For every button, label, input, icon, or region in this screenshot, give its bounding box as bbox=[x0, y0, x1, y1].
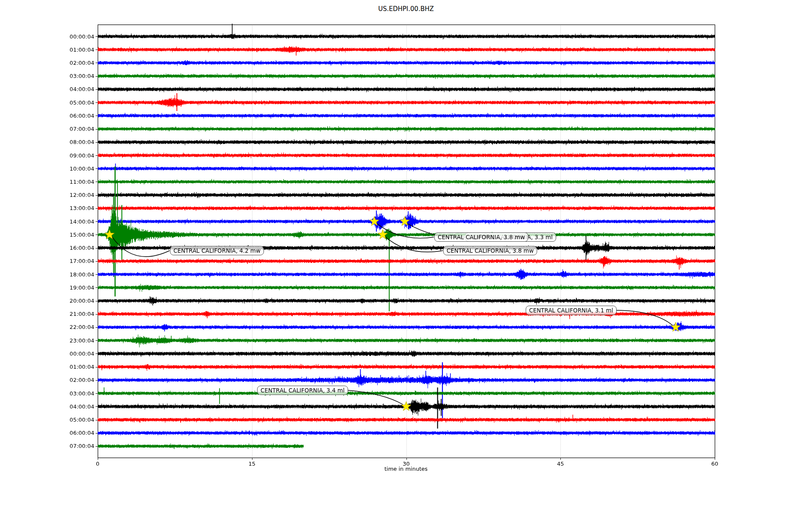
y-tick-label: 00:00:04 bbox=[44, 33, 94, 40]
event-annotation: CENTRAL CALIFORNIA, 4.2 mw bbox=[170, 246, 264, 255]
y-tick-label: 02:00:04 bbox=[44, 377, 94, 383]
y-tick-label: 00:00:04 bbox=[44, 351, 94, 357]
y-tick-label: 20:00:04 bbox=[44, 298, 94, 304]
y-tick-label: 01:00:04 bbox=[44, 47, 94, 53]
y-tick-label: 21:00:04 bbox=[44, 311, 94, 317]
event-annotation: CENTRAL CALIFORNIA, 3.4 ml bbox=[257, 386, 348, 395]
y-tick-label: 07:00:04 bbox=[44, 443, 94, 449]
y-tick-label: 22:00:04 bbox=[44, 324, 94, 330]
event-annotation: CENTRAL CALIFORNIA, 3.1 ml bbox=[526, 306, 617, 315]
event-annotation: CENTRAL CALIFORNIA, 3.8 mw bbox=[443, 246, 537, 255]
seismogram-canvas bbox=[0, 0, 812, 508]
y-tick-label: 18:00:04 bbox=[44, 271, 94, 278]
y-tick-label: 05:00:04 bbox=[44, 417, 94, 423]
y-tick-label: 10:00:04 bbox=[44, 166, 94, 172]
x-tick-label: 15 bbox=[248, 461, 255, 467]
y-tick-label: 13:00:04 bbox=[44, 205, 94, 211]
y-tick-label: 07:00:04 bbox=[44, 126, 94, 132]
y-tick-label: 05:00:04 bbox=[44, 99, 94, 106]
y-tick-label: 04:00:04 bbox=[44, 403, 94, 410]
y-tick-label: 02:00:04 bbox=[44, 60, 94, 66]
y-tick-label: 08:00:04 bbox=[44, 139, 94, 145]
event-annotation: CENTRAL CALIFORNIA, 3.8 mw bbox=[434, 232, 528, 242]
y-tick-label: 17:00:04 bbox=[44, 258, 94, 264]
y-tick-label: 01:00:04 bbox=[44, 364, 94, 370]
y-tick-label: 16:00:04 bbox=[44, 245, 94, 251]
y-tick-label: 15:00:04 bbox=[44, 232, 94, 238]
x-tick-label: 60 bbox=[711, 461, 719, 467]
seismogram-figure: US.EDHPI.00.BHZ 00:00:0401:00:0402:00:04… bbox=[0, 0, 812, 508]
y-tick-label: 03:00:04 bbox=[44, 73, 94, 79]
x-axis-title: time in minutes bbox=[384, 466, 428, 472]
y-tick-label: 12:00:04 bbox=[44, 192, 94, 198]
y-tick-label: 23:00:04 bbox=[44, 337, 94, 344]
y-tick-label: 03:00:04 bbox=[44, 390, 94, 397]
y-tick-label: 06:00:04 bbox=[44, 113, 94, 119]
x-tick-label: 0 bbox=[96, 461, 99, 467]
y-tick-label: 06:00:04 bbox=[44, 430, 94, 436]
y-tick-label: 14:00:04 bbox=[44, 218, 94, 225]
y-tick-label: 09:00:04 bbox=[44, 152, 94, 159]
y-tick-label: 11:00:04 bbox=[44, 179, 94, 185]
y-tick-label: 19:00:04 bbox=[44, 284, 94, 291]
y-tick-label: 04:00:04 bbox=[44, 86, 94, 92]
x-tick-label: 45 bbox=[557, 461, 564, 467]
